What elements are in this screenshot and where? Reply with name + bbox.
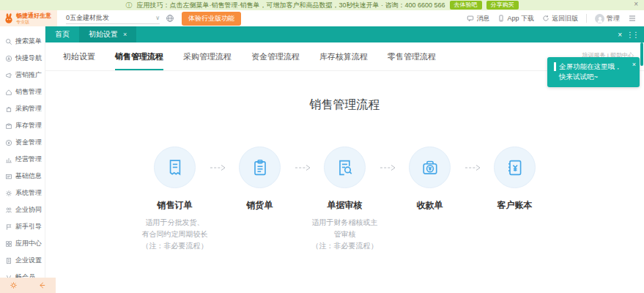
app-download-label: App 下载: [507, 14, 534, 23]
sidebar-item-label: 库存管理: [15, 121, 42, 130]
box-icon: [5, 122, 12, 130]
tab-initial-settings-label: 初始设置: [89, 29, 118, 40]
people-icon: [5, 207, 12, 214]
chevron-down-icon: ∨: [155, 15, 160, 21]
fullscreen-tip-toast: 全屏功能在这里哦，快来试试吧~ ×: [547, 57, 640, 87]
sidebar-item-label: 应用中心: [15, 239, 42, 248]
account-select[interactable]: 0五金建材批发 ∨: [66, 12, 160, 24]
receipt-icon: [165, 157, 185, 178]
sales-order-circle[interactable]: [154, 146, 196, 188]
sidebar-item-collaboration[interactable]: 企业协同: [0, 201, 45, 218]
sidebar-item-label: 采购管理: [15, 104, 42, 114]
messages-label: 消息: [476, 14, 489, 23]
user-name: 管理: [607, 14, 620, 23]
avatar: [595, 14, 604, 23]
sidebar-item-funds[interactable]: 资金管理: [0, 134, 45, 151]
phone-icon: [497, 15, 505, 22]
flow-node-label: 单据审核: [327, 199, 363, 212]
user-menu[interactable]: 管理: [595, 14, 620, 23]
clipboard-icon: [250, 157, 270, 178]
subtab-funds-flow[interactable]: 资金管理流程: [251, 51, 300, 70]
close-all-tabs-icon[interactable]: ×: [618, 31, 621, 39]
sidebar-item-label: 快捷导航: [15, 53, 42, 63]
gear-icon: [5, 190, 12, 197]
sidebar-item-label: 新手引导: [15, 222, 42, 231]
share-buy-button[interactable]: 分享购买: [486, 1, 519, 10]
sidebar-item-label: 经营管理: [15, 155, 42, 164]
flow-node-sales-invoice: 销货单: [226, 146, 294, 252]
sidebar-item-marketing[interactable]: 营销推广: [0, 67, 45, 84]
flow-node-label: 收款单: [417, 199, 443, 212]
sidebar-item-label: 资金管理: [15, 138, 42, 147]
sidebar-item-quick-nav[interactable]: 快捷导航: [0, 50, 45, 67]
document-search-icon: [335, 157, 355, 178]
sidebar-item-sales[interactable]: 销售管理: [0, 84, 45, 100]
building-icon: [5, 257, 12, 264]
subtab-retail-flow[interactable]: 零售管理流程: [388, 51, 436, 70]
settings-gear-icon[interactable]: [10, 281, 18, 289]
receipt-voucher-circle[interactable]: [409, 146, 451, 188]
card-icon: [5, 173, 12, 180]
app-logo: 畅捷通好生意 专业版: [0, 10, 57, 26]
tab-home-label: 首页: [55, 29, 70, 40]
sidebar-item-enterprise-settings[interactable]: 企业设置: [0, 252, 45, 269]
back-old-version-button[interactable]: 返回旧版: [542, 14, 578, 23]
flow-node-desc: 适用于分批发货、 有合同约定周期较长 （注：非必要流程）: [127, 217, 223, 252]
subtab-sales-flow[interactable]: 销售管理流程: [115, 51, 163, 70]
sidebar-item-system[interactable]: 系统管理: [0, 185, 45, 201]
tab-more-icon[interactable]: ⋮⋮: [626, 31, 638, 39]
toast-accent-bar: [554, 62, 556, 71]
subtab-initial-settings[interactable]: 初始设置: [63, 51, 95, 70]
sidebar-item-basic-info[interactable]: 基础信息: [0, 168, 45, 185]
sidebar-item-label: 销售管理: [15, 87, 42, 97]
flow-node-label: 销货单: [247, 199, 273, 212]
tab-home[interactable]: 首页: [45, 26, 79, 42]
sidebar-item-operations[interactable]: 经营管理: [0, 151, 45, 168]
grid-icon: [5, 240, 12, 248]
flow-arrow-icon: [464, 164, 481, 171]
header-actions: 消息 App 下载 返回旧版 管理: [467, 14, 644, 23]
sidebar-item-guide[interactable]: 新手引导: [0, 218, 45, 235]
sidebar-item-app-center[interactable]: 应用中心: [0, 235, 45, 252]
hamburger-menu-icon[interactable]: [628, 14, 637, 23]
sidebar-item-purchase[interactable]: 采购管理: [0, 100, 45, 117]
compass-icon: [5, 55, 12, 62]
subtab-inventory-flow[interactable]: 库存核算流程: [319, 51, 368, 70]
top-notice-bar: ⓘ 应用技巧：点击左侧菜单·销售管理·销售单，可增加客户和商品数据，30秒快速开…: [0, 0, 644, 10]
sidebar-item-label: 系统管理: [15, 188, 42, 198]
house-icon: [5, 89, 12, 96]
tab-close-icon[interactable]: ×: [123, 31, 127, 38]
sidebar-item-search[interactable]: 搜索菜单: [0, 33, 45, 50]
notice-text: 应用技巧：点击左侧菜单·销售管理·销售单，可增加客户和商品数据，30秒快速开单 …: [136, 1, 445, 10]
vertical-scrollbar-thumb[interactable]: [640, 42, 643, 66]
info-icon: ⓘ: [125, 1, 132, 10]
flow-node-label: 客户账本: [497, 199, 533, 212]
app-download-button[interactable]: App 下载: [497, 14, 534, 23]
trial-industry-button[interactable]: 体验行业版功能: [182, 12, 241, 26]
chat-icon: [467, 15, 474, 22]
notice-close-icon[interactable]: ×: [634, 0, 638, 8]
flow-node-customer-ledger: 客户账本: [481, 146, 549, 252]
sidebar-item-label: 企业设置: [15, 256, 42, 265]
document-review-circle[interactable]: [324, 146, 366, 188]
sidebar-item-label: 搜索菜单: [15, 37, 42, 46]
sidebar-item-inventory[interactable]: 库存管理: [0, 117, 45, 134]
messages-button[interactable]: 消息: [467, 14, 489, 23]
subtab-purchase-flow[interactable]: 采购管理流程: [183, 51, 232, 70]
collapse-sidebar-icon[interactable]: [38, 281, 46, 289]
flow-arrow-icon: [209, 164, 226, 171]
sidebar-item-label: 营销推广: [15, 70, 42, 80]
customer-ledger-circle[interactable]: [494, 146, 536, 188]
flow-arrow-icon: [294, 164, 311, 171]
toast-close-icon[interactable]: ×: [632, 60, 636, 70]
tab-initial-settings[interactable]: 初始设置 ×: [79, 26, 136, 42]
account-select-value: 0五金建材批发: [66, 13, 109, 23]
sales-invoice-circle[interactable]: [239, 146, 281, 188]
refresh-account-icon[interactable]: [166, 14, 174, 23]
cash-box-icon: [420, 157, 440, 178]
search-icon: [5, 38, 12, 45]
flow-node-desc: 适用于财务稽核或主 管审核 （注：非必要流程）: [297, 217, 393, 252]
try-now-button[interactable]: 去体验吧: [450, 1, 482, 10]
brand-edition: 专业版: [16, 20, 51, 24]
app-header: 畅捷通好生意 专业版 0五金建材批发 ∨ 体验行业版功能 消息 App 下载 返…: [0, 10, 644, 26]
